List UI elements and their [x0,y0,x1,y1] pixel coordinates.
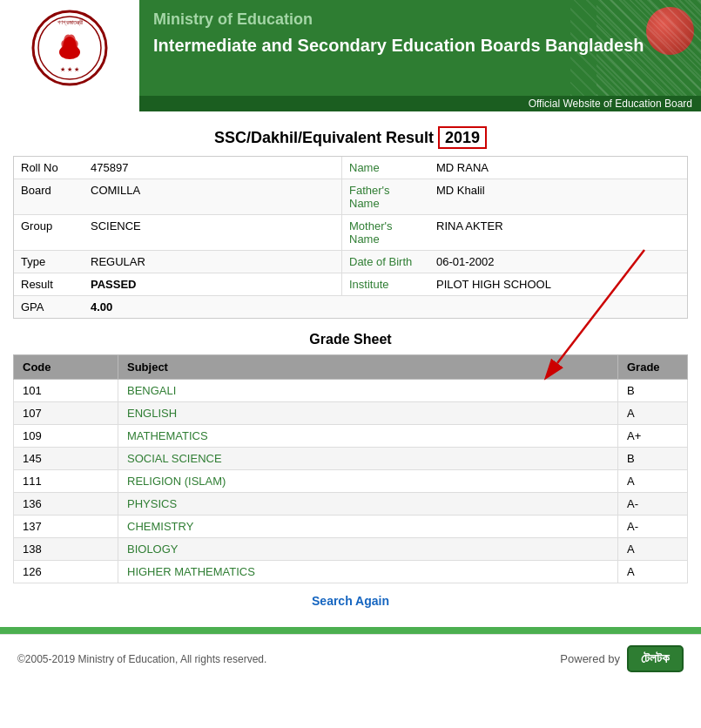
cell-code: 109 [14,425,118,448]
cell-grade: A [618,538,688,561]
table-row: 145SOCIAL SCIENCEB [14,448,688,470]
table-row: 109MATHEMATICSA+ [14,425,688,448]
cell-code: 126 [14,561,118,583]
dob-value: 06-01-2002 [429,251,687,273]
powered-by-label: Powered by [560,652,620,665]
cell-subject: HIGHER MATHEMATICS [118,561,618,583]
board-value: COMILLA [84,179,342,214]
cell-subject: SOCIAL SCIENCE [118,448,618,470]
mothers-value: RINA AKTER [429,215,687,250]
roll-value: 475897 [84,157,342,179]
grade-section: Code Subject Grade 101BENGALIB107ENGLISH… [13,354,688,583]
year-badge: 2019 [438,126,487,149]
cell-subject: BIOLOGY [118,538,618,561]
grade-table: Code Subject Grade 101BENGALIB107ENGLISH… [13,354,688,583]
cell-subject: BENGALI [118,380,618,402]
table-row: 101BENGALIB [14,380,688,402]
footer: ©2005-2019 Ministry of Education, All ri… [0,634,701,683]
roll-label: Roll No [14,157,84,179]
cell-grade: A [618,402,688,425]
header: ★ ★ ★ গণপ্রজাতন্ত্রী Ministry of Educati… [0,0,701,96]
result-label: Result [14,273,84,295]
type-value: REGULAR [84,251,342,273]
student-info: Roll No 475897 Name MD RANA Board COMILL… [13,156,688,319]
cell-grade: A- [618,493,688,516]
grade-sheet-title: Grade Sheet [13,332,688,347]
cell-code: 101 [14,380,118,402]
gpa-value: 4.00 [84,296,687,318]
svg-text:গণপ্রজাতন্ত্রী: গণপ্রজাতন্ত্রী [57,19,84,26]
table-row: 136PHYSICSA- [14,493,688,516]
type-label: Type [14,251,84,273]
decorative-circle [646,7,694,55]
fathers-value: MD Khalil [429,179,687,214]
board-label: Board [14,179,84,214]
board-title: Intermediate and Secondary Education Boa… [153,34,687,57]
col-grade: Grade [618,355,688,380]
group-value: SCIENCE [84,215,342,250]
footer-bar [0,627,701,634]
table-row: 111RELIGION (ISLAM)A [14,470,688,493]
cell-code: 145 [14,448,118,470]
cell-grade: A+ [618,425,688,448]
institute-value: PILOT HIGH SCHOOL [429,273,687,295]
group-label: Group [14,215,84,250]
name-label: Name [342,157,429,179]
header-text: Ministry of Education Intermediate and S… [139,0,701,96]
search-again-section: Search Again [13,583,688,618]
cell-grade: B [618,380,688,402]
cell-subject: RELIGION (ISLAM) [118,470,618,493]
table-row: 137CHEMISTRYA- [14,516,688,538]
gpa-label: GPA [14,296,84,318]
search-again-link[interactable]: Search Again [312,594,389,608]
dob-label: Date of Birth [342,251,429,273]
official-bar: Official Website of Education Board [139,96,701,111]
cell-code: 137 [14,516,118,538]
cell-code: 107 [14,402,118,425]
name-value: MD RANA [429,157,687,179]
cell-subject: MATHEMATICS [118,425,618,448]
svg-text:★ ★ ★: ★ ★ ★ [60,66,79,72]
col-code: Code [14,355,118,380]
logo-area: ★ ★ ★ গণপ্রজাতন্ত্রী [0,0,139,96]
fathers-label: Father's Name [342,179,429,214]
cell-grade: A- [618,516,688,538]
cell-subject: CHEMISTRY [118,516,618,538]
cell-subject: PHYSICS [118,493,618,516]
cell-grade: B [618,448,688,470]
cell-subject: ENGLISH [118,402,618,425]
ministry-title: Ministry of Education [153,10,687,29]
result-value: PASSED [84,273,342,295]
institute-label: Institute [342,273,429,295]
cell-code: 136 [14,493,118,516]
copyright-text: ©2005-2019 Ministry of Education, All ri… [17,653,266,665]
table-row: 138BIOLOGYA [14,538,688,561]
cell-code: 111 [14,470,118,493]
col-subject: Subject [118,355,618,380]
mothers-label: Mother's Name [342,215,429,250]
cell-grade: A [618,470,688,493]
powered-by-section: Powered by টেলটক [560,645,684,672]
cell-code: 138 [14,538,118,561]
result-title: SSC/Dakhil/Equivalent Result 2019 [13,129,688,147]
table-row: 126HIGHER MATHEMATICSA [14,561,688,583]
cell-grade: A [618,561,688,583]
govt-seal: ★ ★ ★ গণপ্রজাতন্ত্রী [30,9,109,87]
teletalk-logo: টেলটক [627,645,684,672]
main-content: SSC/Dakhil/Equivalent Result 2019 Roll N… [0,111,701,627]
table-row: 107ENGLISHA [14,402,688,425]
